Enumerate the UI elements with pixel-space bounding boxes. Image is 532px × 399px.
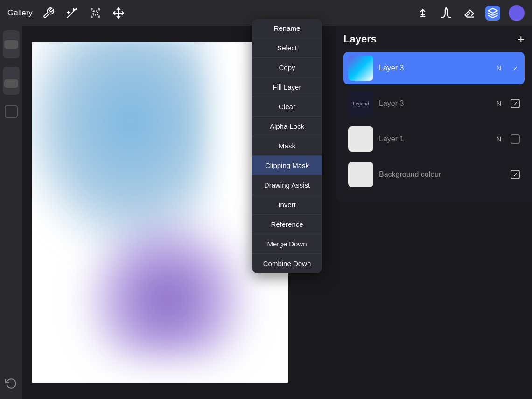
context-menu-merge-down[interactable]: Merge Down — [252, 234, 322, 254]
context-menu-rename[interactable]: Rename — [252, 19, 322, 38]
layer-checkbox-background[interactable] — [511, 170, 520, 179]
sidebar-checkbox[interactable] — [5, 105, 18, 118]
layer-thumbnail-layer1 — [348, 126, 373, 152]
context-menu-invert[interactable]: Invert — [252, 195, 322, 215]
layer-blend-layer1: N — [497, 135, 501, 143]
undo-button[interactable] — [5, 378, 17, 390]
transform-icon[interactable] — [111, 6, 126, 21]
toolbar-right-icons — [415, 5, 525, 21]
layer-name-layer3-top: Layer 3 — [379, 64, 491, 72]
layer-thumbnail-layer3-bottom: Legend — [348, 91, 373, 116]
layer-item-layer3-bottom[interactable]: Legend Layer 3 N — [343, 87, 525, 120]
color-swatch[interactable] — [509, 5, 525, 21]
layer-item-background[interactable]: Background colour — [343, 158, 525, 191]
opacity-slider[interactable] — [3, 67, 20, 95]
layer-checkbox-layer1[interactable] — [511, 134, 520, 144]
context-menu-clipping-mask[interactable]: Clipping Mask — [252, 156, 322, 175]
layers-add-button[interactable]: + — [518, 33, 525, 45]
layer-blend-layer3-top: N — [497, 64, 501, 72]
layers-panel: Layers + Layer 3 N Legend Layer 3 N Laye… — [336, 26, 532, 201]
pen-icon[interactable] — [415, 6, 430, 21]
layer-thumbnail-layer3-top — [348, 56, 373, 81]
layer-item-layer3-top[interactable]: Layer 3 N — [343, 52, 525, 84]
context-menu-reference[interactable]: Reference — [252, 215, 322, 234]
layer-name-layer1: Layer 1 — [379, 135, 491, 143]
layer-checkbox-layer3-bottom[interactable] — [511, 99, 520, 108]
selection-icon[interactable] — [88, 6, 103, 21]
left-sidebar — [0, 26, 22, 399]
layer-blend-layer3-bottom: N — [497, 100, 501, 107]
layers-header: Layers + — [343, 33, 525, 45]
layer-checkbox-layer3-top[interactable] — [511, 63, 520, 73]
context-menu-alpha-lock[interactable]: Alpha Lock — [252, 117, 322, 136]
context-menu-drawing-assist[interactable]: Drawing Assist — [252, 175, 322, 195]
context-menu-mask[interactable]: Mask — [252, 136, 322, 156]
layer-name-layer3-bottom: Layer 3 — [379, 99, 491, 108]
gallery-button[interactable]: Gallery — [7, 8, 33, 18]
brush-size-slider[interactable] — [3, 30, 20, 58]
svg-rect-5 — [93, 11, 98, 15]
svg-marker-14 — [488, 8, 497, 13]
drawing-canvas[interactable] — [32, 42, 288, 383]
context-menu-combine-down[interactable]: Combine Down — [252, 254, 322, 273]
layer-thumbnail-background — [348, 162, 373, 187]
wrench-icon[interactable] — [41, 6, 56, 21]
context-menu-select[interactable]: Select — [252, 38, 322, 58]
layer-item-layer1[interactable]: Layer 1 N — [343, 123, 525, 155]
context-menu-copy[interactable]: Copy — [252, 58, 322, 77]
context-menu-fill-layer[interactable]: Fill Layer — [252, 77, 322, 97]
layers-title: Layers — [343, 33, 377, 45]
context-menu-clear[interactable]: Clear — [252, 97, 322, 117]
layer-name-background: Background colour — [379, 170, 496, 179]
toolbar-left-icons — [41, 6, 126, 21]
context-menu: Rename Select Copy Fill Layer Clear Alph… — [252, 19, 322, 273]
brush-icon[interactable] — [439, 6, 454, 21]
eraser-icon[interactable] — [462, 6, 477, 21]
magic-wand-icon[interactable] — [64, 6, 79, 21]
layers-icon[interactable] — [485, 6, 500, 21]
canvas-blob-purple — [78, 210, 256, 359]
